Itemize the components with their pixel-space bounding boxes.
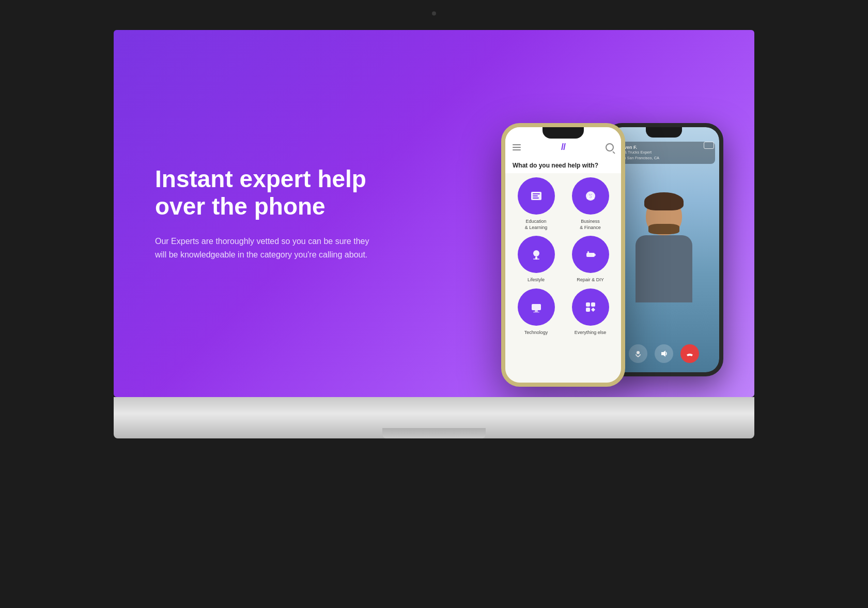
category-circle-technology: [518, 288, 555, 326]
person-hair: [644, 192, 684, 210]
category-circle-business: $: [572, 177, 609, 215]
video-background: Steven F. Car & Trucks Expert From San F…: [609, 127, 719, 372]
svg-rect-9: [533, 259, 539, 260]
category-label-repair: Repair & DIY: [577, 277, 604, 283]
phone-main: // What do you need help with?: [501, 123, 625, 387]
expert-name: Steven F.: [617, 145, 711, 150]
category-business[interactable]: $ Business& Finance: [566, 177, 615, 231]
call-controls: [609, 344, 719, 363]
svg-rect-14: [535, 310, 538, 312]
svg-marker-22: [661, 351, 665, 357]
category-label-technology: Technology: [524, 330, 548, 336]
category-lifestyle[interactable]: Lifestyle: [512, 236, 561, 283]
category-technology[interactable]: Technology: [512, 288, 561, 336]
category-education[interactable]: Education& Learning: [512, 177, 561, 231]
category-repair[interactable]: Repair & DIY: [566, 236, 615, 283]
svg-rect-13: [532, 304, 541, 310]
category-circle-repair: [572, 236, 609, 273]
expert-info-overlay: Steven F. Car & Trucks Expert From San F…: [613, 142, 715, 164]
phone-question: What do you need help with?: [505, 157, 621, 173]
category-circle-everything: [572, 288, 609, 326]
category-label-lifestyle: Lifestyle: [528, 277, 545, 283]
mute-button[interactable]: [629, 344, 647, 363]
svg-point-7: [533, 250, 539, 256]
camera-dot: [432, 11, 436, 16]
svg-marker-19: [591, 308, 595, 312]
person-head: [646, 196, 682, 235]
svg-rect-17: [591, 302, 595, 307]
menu-icon[interactable]: [513, 144, 521, 150]
category-everything[interactable]: Everything else: [566, 288, 615, 336]
svg-rect-3: [533, 197, 539, 199]
expert-title: Car & Trucks Expert: [617, 150, 711, 156]
monitor-stand: [114, 397, 754, 438]
phones-container: // What do you need help with?: [501, 45, 723, 397]
category-label-everything: Everything else: [575, 330, 607, 336]
category-circle-education: [518, 177, 555, 215]
app-logo: //: [561, 142, 565, 153]
svg-rect-15: [533, 312, 539, 313]
category-grid: Education& Learning $ Busi: [505, 173, 621, 340]
category-label-education: Education& Learning: [525, 219, 548, 231]
svg-rect-11: [593, 254, 596, 256]
svg-rect-2: [533, 195, 538, 196]
phone-notch: [542, 127, 584, 139]
svg-rect-12: [587, 251, 589, 254]
svg-rect-1: [533, 193, 540, 194]
person-body: [636, 235, 692, 302]
svg-rect-18: [586, 308, 590, 312]
end-call-button[interactable]: [680, 344, 699, 363]
screen: Instant expert help over the phone Our E…: [114, 30, 754, 397]
person-silhouette: [623, 196, 705, 341]
svg-rect-16: [586, 302, 590, 307]
category-label-business: Business& Finance: [580, 219, 601, 231]
speaker-button[interactable]: [655, 344, 673, 363]
phone-video-notch: [646, 127, 682, 138]
person-beard: [648, 224, 679, 234]
hero-content: Instant expert help over the phone Our E…: [155, 165, 403, 262]
camera-icon[interactable]: [704, 142, 714, 149]
expert-location: From San Francisco, CA: [617, 156, 711, 161]
hero-subtitle: Our Experts are thoroughly vetted so you…: [155, 235, 372, 262]
search-icon[interactable]: [606, 143, 614, 151]
monitor: Instant expert help over the phone Our E…: [0, 0, 868, 608]
svg-point-20: [637, 351, 640, 354]
hero-title: Instant expert help over the phone: [155, 165, 403, 220]
category-circle-lifestyle: [518, 236, 555, 273]
